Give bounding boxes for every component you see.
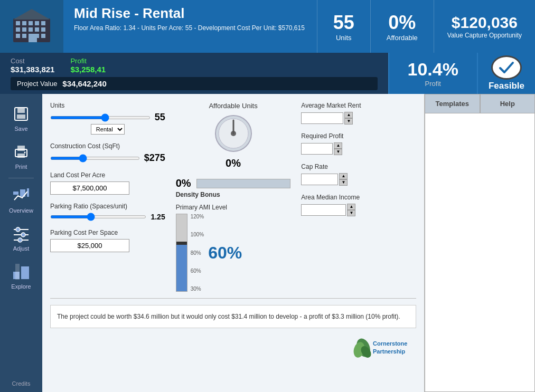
header-affordable-value: 0% bbox=[388, 12, 416, 34]
required-profit-spinners: ▲ ▼ bbox=[334, 142, 342, 155]
avg-market-rent-input[interactable]: $3,100 bbox=[301, 112, 343, 124]
feasible-badge: Feasible bbox=[477, 53, 535, 94]
required-profit-up[interactable]: ▲ bbox=[334, 142, 342, 149]
affordable-knob[interactable] bbox=[212, 112, 255, 155]
construction-cost-row: $275 bbox=[50, 152, 165, 164]
avg-market-rent-row: $3,100 ▲ ▼ bbox=[301, 112, 416, 125]
affordable-units-label: Affordable Units bbox=[209, 102, 257, 110]
header-logo bbox=[0, 0, 63, 53]
description-text: The project could be worth $34.6 million… bbox=[57, 313, 400, 320]
required-profit-down[interactable]: ▼ bbox=[334, 149, 342, 155]
feasible-label: Feasible bbox=[489, 81, 524, 91]
print-label: Print bbox=[15, 164, 27, 170]
area-median-income-group: Area Median Income $101,900 ▲ ▼ bbox=[301, 194, 416, 216]
area-median-income-row: $101,900 ▲ ▼ bbox=[301, 204, 416, 216]
avg-market-rent-down[interactable]: ▼ bbox=[344, 118, 353, 125]
header-value-capture-amount: $120,036 bbox=[452, 14, 518, 32]
required-profit-input[interactable]: 10% bbox=[301, 143, 333, 155]
overview-icon bbox=[12, 186, 31, 205]
area-median-income-up[interactable]: ▲ bbox=[347, 204, 355, 210]
header-units-label: Units bbox=[336, 34, 352, 42]
svg-rect-1 bbox=[16, 21, 20, 25]
tab-templates[interactable]: Templates bbox=[425, 94, 480, 113]
construction-cost-value: $275 bbox=[144, 152, 165, 164]
parking-ratio-group: Parking Ratio (Spaces/unit) 1.25 bbox=[50, 203, 165, 221]
sidebar-item-explore[interactable]: Explore bbox=[0, 257, 42, 295]
header: Mid Rise - Rental Floor Area Ratio: 1.34… bbox=[0, 0, 535, 53]
cap-rate-down[interactable]: ▼ bbox=[339, 179, 348, 186]
subheader-cost-label: Cost bbox=[11, 57, 54, 65]
svg-rect-35 bbox=[15, 264, 20, 280]
sidebar-item-print[interactable]: Print bbox=[0, 137, 42, 175]
ami-thumb[interactable] bbox=[176, 242, 187, 245]
svg-rect-14 bbox=[35, 34, 39, 38]
density-value: 0% bbox=[176, 177, 191, 189]
cap-rate-input[interactable]: 4.50% bbox=[301, 174, 338, 185]
land-cost-label: Land Cost Per Acre bbox=[50, 171, 165, 179]
subheader-cost-group: Cost $31,383,821 bbox=[11, 57, 54, 74]
land-cost-input[interactable]: $7,500,000 bbox=[50, 181, 129, 195]
description-box: The project could be worth $34.6 million… bbox=[50, 305, 416, 328]
units-type-select[interactable]: Rental bbox=[91, 124, 125, 135]
right-column: Average Market Rent $3,100 ▲ ▼ Required … bbox=[301, 102, 416, 292]
tab-help[interactable]: Help bbox=[480, 94, 536, 113]
avg-market-rent-spinners: ▲ ▼ bbox=[344, 112, 353, 125]
svg-rect-12 bbox=[22, 34, 26, 38]
svg-rect-18 bbox=[17, 108, 25, 113]
project-value-bar: Project Value $34,642,240 bbox=[11, 77, 378, 90]
project-value-amount: $34,642,240 bbox=[62, 79, 106, 88]
land-cost-group: Land Cost Per Acre $7,500,000 bbox=[50, 171, 165, 195]
header-subtitle: Floor Area Ratio: 1.34 - Units Per Acre:… bbox=[74, 24, 306, 32]
svg-rect-9 bbox=[35, 27, 39, 32]
density-bonus-group: 0% Density Bonus bbox=[176, 177, 291, 198]
svg-rect-2 bbox=[22, 21, 26, 25]
required-profit-label: Required Profit bbox=[301, 132, 416, 140]
subheader-profit-label: Profit bbox=[70, 57, 106, 65]
left-sidebar: Save Print bbox=[0, 94, 42, 392]
parking-ratio-row: 1.25 bbox=[50, 213, 165, 221]
svg-rect-19 bbox=[17, 114, 25, 119]
construction-cost-slider[interactable] bbox=[50, 157, 140, 160]
parking-cost-input[interactable]: $25,000 bbox=[50, 239, 129, 252]
svg-rect-6 bbox=[16, 27, 20, 32]
parking-cost-label: Parking Cost Per Space bbox=[50, 229, 165, 236]
construction-cost-label: Construction Cost (SqFt) bbox=[50, 142, 165, 150]
parking-ratio-slider[interactable] bbox=[50, 215, 146, 218]
svg-text:Partnership: Partnership bbox=[373, 348, 405, 355]
svg-rect-34 bbox=[21, 266, 29, 279]
primary-ami-label: Primary AMI Level bbox=[176, 204, 291, 211]
parking-ratio-value: 1.25 bbox=[151, 213, 165, 221]
parking-ratio-label: Parking Ratio (Spaces/unit) bbox=[50, 203, 165, 210]
center-column: Affordable Units 0% bbox=[176, 102, 291, 292]
avg-market-rent-up[interactable]: ▲ bbox=[344, 112, 353, 118]
content-divider bbox=[50, 298, 416, 299]
sidebar-item-overview[interactable]: Overview bbox=[0, 181, 42, 219]
header-value-capture-label: Value Capture Opportunity bbox=[447, 32, 522, 39]
area-median-income-input[interactable]: $101,900 bbox=[301, 204, 346, 216]
area-median-income-spinners: ▲ ▼ bbox=[347, 204, 355, 216]
units-control-group: Units 55 Rental bbox=[50, 102, 165, 135]
cap-rate-label: Cap Rate bbox=[301, 163, 416, 170]
sidebar-item-credits[interactable]: Credits bbox=[12, 375, 31, 392]
subheader: Cost $31,383,821 Profit $3,258,41 Projec… bbox=[0, 53, 535, 94]
units-label: Units bbox=[50, 102, 165, 109]
required-profit-group: Required Profit 10% ▲ ▼ bbox=[301, 132, 416, 155]
cap-rate-row: 4.50% ▲ ▼ bbox=[301, 173, 416, 186]
left-column: Units 55 Rental Constructio bbox=[50, 102, 165, 292]
svg-rect-4 bbox=[35, 21, 39, 25]
header-affordable-stat: 0% Affordable bbox=[370, 0, 434, 53]
header-title-section: Mid Rise - Rental Floor Area Ratio: 1.34… bbox=[63, 0, 317, 53]
help-tab-label: Help bbox=[500, 100, 515, 108]
adjust-icon bbox=[12, 224, 31, 243]
ami-label-120: 120% bbox=[191, 214, 204, 219]
required-profit-row: 10% ▲ ▼ bbox=[301, 142, 416, 155]
project-value-label: Project Value bbox=[17, 80, 57, 88]
sidebar-item-save[interactable]: Save bbox=[0, 99, 42, 137]
sidebar-item-adjust[interactable]: Adjust bbox=[0, 219, 42, 257]
adjust-label: Adjust bbox=[13, 245, 30, 252]
cap-rate-up[interactable]: ▲ bbox=[339, 173, 348, 179]
units-slider[interactable] bbox=[50, 116, 151, 119]
area-median-income-down[interactable]: ▼ bbox=[347, 210, 355, 216]
svg-rect-3 bbox=[29, 21, 33, 25]
svg-text:Cornerstone: Cornerstone bbox=[373, 340, 407, 347]
